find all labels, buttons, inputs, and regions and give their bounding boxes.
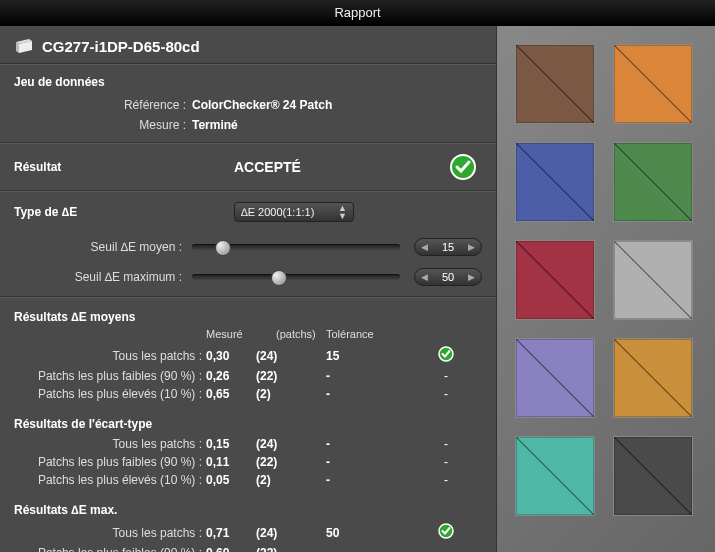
- color-swatch[interactable]: [515, 338, 595, 418]
- color-swatch[interactable]: [613, 44, 693, 124]
- row-label: Tous les patchs :: [14, 526, 206, 540]
- row-patches: (24): [256, 349, 326, 363]
- row-measured: 0,15: [206, 437, 256, 451]
- updown-icon: ▲▼: [338, 204, 347, 220]
- row-tolerance: -: [326, 387, 426, 401]
- row-patches: (22): [256, 455, 326, 469]
- mean-threshold-value: 15: [442, 241, 454, 253]
- row-measured: 0,26: [206, 369, 256, 383]
- max-results-title: Résultats ∆E max.: [14, 497, 482, 521]
- chevron-right-icon[interactable]: ▶: [468, 242, 475, 252]
- table-row: Patchs les plus faibles (90 %) :0,60(22)…: [14, 544, 482, 552]
- chevron-left-icon[interactable]: ◀: [421, 272, 428, 282]
- row-status: [426, 346, 466, 365]
- topbar-title: Rapport: [334, 5, 380, 20]
- color-swatch[interactable]: [515, 240, 595, 320]
- slider-thumb[interactable]: [271, 270, 287, 286]
- deltae-type-value: ∆E 2000(1:1:1): [241, 206, 314, 218]
- std-results-section: Résultats de l'écart-type Tous les patch…: [0, 405, 496, 491]
- result-label: Résultat: [14, 160, 234, 174]
- row-tolerance: -: [326, 437, 426, 451]
- row-tolerance: 15: [326, 349, 426, 363]
- slider-thumb[interactable]: [215, 240, 231, 256]
- row-measured: 0,11: [206, 455, 256, 469]
- table-row: Patchs les plus faibles (90 %) :0,26(22)…: [14, 367, 482, 385]
- col-measured: Mesuré: [206, 328, 276, 340]
- row-label: Tous les patchs :: [14, 349, 206, 363]
- measure-label: Mesure :: [14, 118, 192, 132]
- row-status: -: [426, 387, 466, 401]
- row-measured: 0,71: [206, 526, 256, 540]
- row-status: -: [426, 473, 466, 487]
- max-threshold-value: 50: [442, 271, 454, 283]
- mean-threshold-slider[interactable]: [192, 244, 400, 250]
- row-status: -: [426, 546, 466, 552]
- col-patches: (patchs): [276, 328, 326, 340]
- reference-value: ColorChecker® 24 Patch: [192, 98, 332, 112]
- mean-threshold-label: Seuil ∆E moyen :: [14, 240, 192, 254]
- table-row: Patchs les plus élevés (10 %) :0,05(2)--: [14, 471, 482, 489]
- row-patches: (2): [256, 387, 326, 401]
- row-patches: (24): [256, 526, 326, 540]
- measure-value: Terminé: [192, 118, 238, 132]
- deltae-type-dropdown[interactable]: ∆E 2000(1:1:1) ▲▼: [234, 202, 354, 222]
- color-swatch[interactable]: [613, 436, 693, 516]
- col-tolerance: Tolérance: [326, 328, 426, 340]
- document-icon: [14, 39, 34, 55]
- color-swatch[interactable]: [613, 240, 693, 320]
- table-row: Tous les patchs :0,30(24)15: [14, 344, 482, 367]
- row-measured: 0,30: [206, 349, 256, 363]
- row-tolerance: -: [326, 369, 426, 383]
- row-label: Patchs les plus faibles (90 %) :: [14, 546, 206, 552]
- dataset-label: Jeu de données: [0, 65, 496, 95]
- result-value: ACCEPTÉ: [234, 159, 450, 175]
- chevron-right-icon[interactable]: ▶: [468, 272, 475, 282]
- page-title: CG277-i1DP-D65-80cd: [42, 38, 200, 55]
- row-measured: 0,65: [206, 387, 256, 401]
- mean-results-title: Résultats ∆E moyens: [14, 304, 482, 328]
- swatch-grid: [497, 26, 715, 552]
- row-status: -: [426, 369, 466, 383]
- check-icon: [438, 523, 454, 539]
- color-swatch[interactable]: [515, 142, 595, 222]
- row-tolerance: -: [326, 455, 426, 469]
- deltae-type-label: Type de ∆E: [14, 205, 234, 219]
- row-status: -: [426, 437, 466, 451]
- max-threshold-stepper[interactable]: ◀ 50 ▶: [414, 268, 482, 286]
- table-row: Patchs les plus élevés (10 %) :0,65(2)--: [14, 385, 482, 403]
- reference-label: Référence :: [14, 98, 192, 112]
- row-tolerance: 50: [326, 526, 426, 540]
- row-label: Tous les patchs :: [14, 437, 206, 451]
- row-label: Patchs les plus faibles (90 %) :: [14, 455, 206, 469]
- mean-threshold-stepper[interactable]: ◀ 15 ▶: [414, 238, 482, 256]
- top-bar: Rapport: [0, 0, 715, 26]
- row-measured: 0,05: [206, 473, 256, 487]
- mean-results-section: Résultats ∆E moyens Mesuré (patchs) Tolé…: [0, 298, 496, 405]
- color-swatch[interactable]: [515, 44, 595, 124]
- row-patches: (22): [256, 369, 326, 383]
- row-patches: (2): [256, 473, 326, 487]
- row-patches: (22): [256, 546, 326, 552]
- color-swatch[interactable]: [613, 338, 693, 418]
- row-label: Patchs les plus élevés (10 %) :: [14, 387, 206, 401]
- row-status: -: [426, 455, 466, 469]
- row-tolerance: -: [326, 546, 426, 552]
- row-label: Patchs les plus élevés (10 %) :: [14, 473, 206, 487]
- max-threshold-slider[interactable]: [192, 274, 400, 280]
- row-tolerance: -: [326, 473, 426, 487]
- row-label: Patchs les plus faibles (90 %) :: [14, 369, 206, 383]
- std-results-title: Résultats de l'écart-type: [14, 411, 482, 435]
- table-row: Tous les patchs :0,71(24)50: [14, 521, 482, 544]
- max-threshold-label: Seuil ∆E maximum :: [14, 270, 192, 284]
- report-panel: CG277-i1DP-D65-80cd Jeu de données Référ…: [0, 26, 497, 552]
- row-patches: (24): [256, 437, 326, 451]
- table-row: Tous les patchs :0,15(24)--: [14, 435, 482, 453]
- max-results-section: Résultats ∆E max. Tous les patchs :0,71(…: [0, 491, 496, 552]
- check-icon: [438, 346, 454, 362]
- row-measured: 0,60: [206, 546, 256, 552]
- color-swatch[interactable]: [515, 436, 595, 516]
- color-swatch[interactable]: [613, 142, 693, 222]
- row-status: [426, 523, 466, 542]
- check-icon: [450, 154, 476, 180]
- chevron-left-icon[interactable]: ◀: [421, 242, 428, 252]
